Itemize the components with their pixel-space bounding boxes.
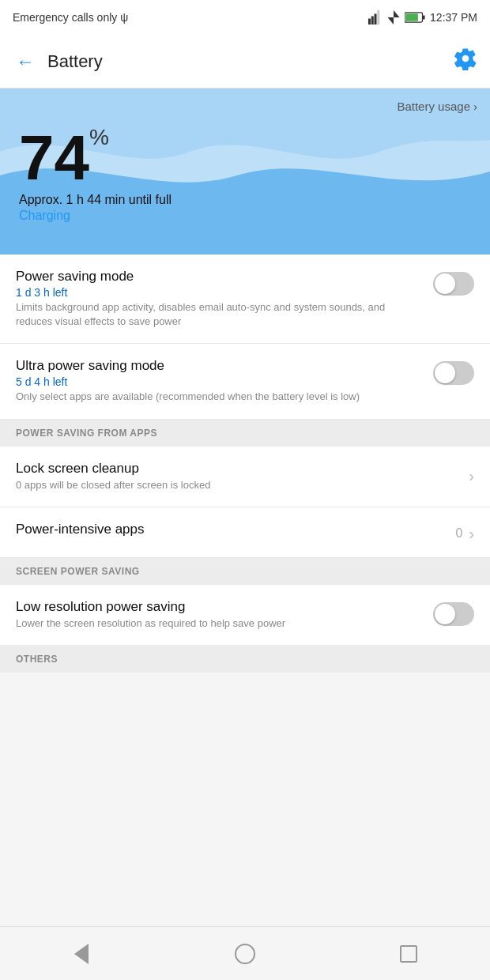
signal-icon [368,10,383,24]
main-content: Battery usage › 74 % Approx. 1 h 44 min … [0,89,490,736]
app-bar-left: ← Battery [13,47,103,76]
time-display: 12:37 PM [430,11,477,24]
ultra-power-saving-content: Ultra power saving mode 5 d 4 h left Onl… [16,358,424,404]
power-intensive-apps-title: Power-intensive apps [16,522,446,537]
battery-usage-link[interactable]: Battery usage › [397,100,477,113]
battery-icon [405,12,425,23]
nav-home-button[interactable] [164,944,327,964]
power-saving-mode-title: Power saving mode [16,269,424,285]
svg-rect-7 [423,15,425,19]
nav-bar [0,926,490,980]
back-button[interactable]: ← [13,47,38,76]
low-resolution-power-saving-content: Low resolution power saving Lower the sc… [16,599,424,631]
lock-screen-cleanup-content: Lock screen cleanup 0 apps will be close… [16,461,459,492]
power-saving-mode-desc: Limits background app activity, disables… [16,300,424,329]
back-triangle-icon [74,944,89,964]
nav-back-button[interactable] [0,944,164,964]
power-intensive-apps-control: 0 › [455,522,474,543]
battery-time-remaining: Approx. 1 h 44 min until full [19,193,172,207]
battery-percent-number: 74 [19,126,89,190]
settings-gear-icon[interactable] [454,47,477,76]
ultra-toggle-knob [435,363,455,383]
low-resolution-power-saving-title: Low resolution power saving [16,599,424,615]
toggle-knob [435,273,455,294]
svg-rect-3 [377,10,379,24]
recent-square-icon [400,945,417,963]
power-saving-mode-time: 1 d 3 h left [16,286,424,299]
battery-usage-label: Battery usage [397,100,470,113]
lock-screen-cleanup-item[interactable]: Lock screen cleanup 0 apps will be close… [0,447,490,507]
svg-rect-1 [371,17,374,25]
power-intensive-apps-chevron: › [469,525,474,543]
data-icon [387,10,400,24]
lock-screen-cleanup-title: Lock screen cleanup [16,461,459,477]
app-bar: ← Battery [0,35,490,89]
svg-marker-4 [394,10,400,17]
low-resolution-power-saving-item: Low resolution power saving Lower the sc… [0,585,490,646]
settings-list: Power saving mode 1 d 3 h left Limits ba… [0,254,490,673]
low-res-toggle-knob [435,604,455,624]
status-left: Emergency calls only ψ [13,11,128,24]
low-resolution-power-saving-control [433,599,474,626]
low-resolution-power-saving-desc: Lower the screen resolution as required … [16,616,424,631]
status-bar: Emergency calls only ψ 12:37 PM [0,0,490,35]
ultra-power-saving-title: Ultra power saving mode [16,358,424,374]
svg-rect-0 [368,19,371,25]
ultra-power-saving-toggle[interactable] [433,361,474,385]
power-intensive-apps-content: Power-intensive apps [16,522,446,539]
power-saving-mode-toggle[interactable] [433,272,474,296]
power-saving-mode-content: Power saving mode 1 d 3 h left Limits ba… [16,269,424,329]
screen-power-saving-section-label: SCREEN POWER SAVING [0,558,490,585]
low-resolution-toggle[interactable] [433,602,474,626]
battery-charging-status: Charging [19,209,172,223]
ultra-power-saving-time: 5 d 4 h left [16,375,424,388]
battery-percent-container: 74 % Approx. 1 h 44 min until full Charg… [19,126,172,223]
power-saving-mode-control [433,269,474,296]
others-section-label: OTHERS [0,646,490,673]
home-circle-icon [235,944,255,964]
svg-rect-2 [375,14,377,25]
ultra-power-saving-control [433,358,474,385]
lock-screen-cleanup-chevron: › [469,467,474,485]
battery-usage-chevron: › [473,100,477,113]
battery-percent-symbol: % [89,126,109,149]
svg-marker-5 [388,17,394,24]
power-intensive-apps-item[interactable]: Power-intensive apps 0 › [0,507,490,558]
power-saving-apps-section-label: POWER SAVING FROM APPS [0,420,490,447]
power-intensive-apps-count: 0 [455,526,462,541]
status-text: Emergency calls only ψ [13,11,128,24]
nav-recent-button[interactable] [326,945,490,963]
battery-visual-section: Battery usage › 74 % Approx. 1 h 44 min … [0,89,490,254]
page-title: Battery [47,51,103,72]
power-saving-mode-item: Power saving mode 1 d 3 h left Limits ba… [0,254,490,344]
ultra-power-saving-item: Ultra power saving mode 5 d 4 h left Onl… [0,344,490,419]
svg-rect-8 [405,13,418,21]
lock-screen-cleanup-desc: 0 apps will be closed after screen is lo… [16,478,459,492]
ultra-power-saving-desc: Only select apps are available (recommen… [16,390,424,404]
status-right: 12:37 PM [368,10,477,24]
